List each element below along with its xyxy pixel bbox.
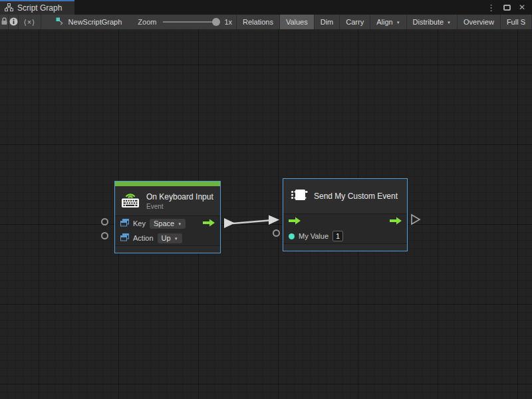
key-input-port[interactable] [101,218,108,225]
close-icon[interactable]: ✕ [519,3,525,11]
zoom-control: Zoom 1x [138,15,232,29]
chevron-down-icon: ▼ [174,237,178,241]
node-subtitle: Event [146,203,213,210]
keyboard-icon [120,191,140,211]
title-bar: Script Graph ⋮ ✕ [0,0,532,15]
window-controls: ⋮ ✕ [487,0,532,15]
key-port-label: Key [133,219,146,227]
info-button[interactable] [9,15,19,29]
connection-wire [0,30,532,399]
trigger-output-arrow-icon[interactable] [203,217,215,229]
node-send-my-custom-event[interactable]: Send My Custom Event [283,178,408,251]
fullscreen-label: Full S [507,18,525,26]
action-port-label: Action [133,234,154,242]
script-graph-window: Script Graph ⋮ ✕ [0,0,532,399]
fullscreen-button[interactable]: Full S [501,15,532,29]
script-graph-asset-icon [56,17,65,27]
my-value-input-port[interactable] [273,229,280,237]
info-icon [9,17,18,27]
graph-hierarchy-icon [5,3,13,13]
graph-name-breadcrumb[interactable]: NewScriptGraph [51,15,128,29]
node-header[interactable]: On Keyboard Input Event [115,186,220,216]
graph-toolbar: ⟨×⟩ NewScriptGraph Zoom 1x Relations V [0,15,532,30]
event-color-bar [115,182,220,186]
code-view-button[interactable]: ⟨×⟩ [19,15,41,29]
dim-button[interactable]: Dim [315,15,340,29]
zoom-value: 1x [224,18,232,26]
action-dropdown[interactable]: Up ▼ [158,233,182,243]
maximize-icon[interactable] [503,5,511,11]
values-button[interactable]: Values [280,15,315,29]
window-menu-icon[interactable]: ⋮ [487,3,495,12]
chevron-down-icon: ▼ [447,21,451,25]
carry-label: Carry [346,18,364,26]
overview-button[interactable]: Overview [458,15,501,29]
tab-script-graph[interactable]: Script Graph [0,0,74,15]
dim-label: Dim [321,18,334,26]
zoom-label: Zoom [138,18,156,26]
carry-button[interactable]: Carry [340,15,370,29]
node-on-keyboard-input[interactable]: On Keyboard Input Event Key Space ▼ [114,181,221,253]
node-header[interactable]: Send My Custom Event [283,179,407,214]
trigger-port-row [283,214,407,229]
my-value-port-row: My Value 1 [283,229,407,243]
node-title: Send My Custom Event [314,192,398,201]
values-label: Values [286,18,308,26]
chevron-down-icon: ▼ [178,222,182,226]
graph-canvas[interactable]: On Keyboard Input Event Key Space ▼ [0,30,532,399]
overview-label: Overview [464,18,494,26]
graph-name-label: NewScriptGraph [68,18,122,26]
action-input-port[interactable] [101,232,108,239]
node-title: On Keyboard Input [146,192,213,201]
distribute-label: Distribute [413,18,444,26]
key-port-row: Key Space ▼ [115,216,220,231]
zoom-slider[interactable] [163,21,219,23]
align-label: Align [376,18,392,26]
toolbar-toggle-group: Relations Values Dim Carry Align ▼ Distr… [236,15,532,29]
my-value-label: My Value [299,232,329,240]
trigger-output-arrow-icon[interactable] [390,215,402,227]
my-value-input[interactable]: 1 [332,231,343,241]
relations-button[interactable]: Relations [237,15,280,29]
node-footer [115,245,220,253]
align-dropdown-button[interactable]: Align ▼ [370,15,406,29]
tab-label: Script Graph [17,3,62,13]
action-dropdown-value: Up [162,234,171,242]
chevron-down-icon: ▼ [396,21,400,25]
object-type-icon [120,232,129,244]
relations-label: Relations [243,18,273,26]
code-brackets-icon: ⟨×⟩ [23,18,35,27]
distribute-dropdown-button[interactable]: Distribute ▼ [407,15,458,29]
action-port-row: Action Up ▼ [115,231,220,245]
key-dropdown[interactable]: Space ▼ [150,219,186,229]
node-footer [283,243,407,251]
value-port-dot-icon[interactable] [289,233,295,239]
custom-event-icon [290,186,308,206]
key-dropdown-value: Space [154,219,174,227]
object-type-icon [120,217,129,229]
zoom-slider-handle[interactable] [212,18,220,26]
lock-button[interactable] [0,15,9,29]
lock-icon [1,17,8,27]
trigger-input-arrow-icon[interactable] [289,215,301,227]
